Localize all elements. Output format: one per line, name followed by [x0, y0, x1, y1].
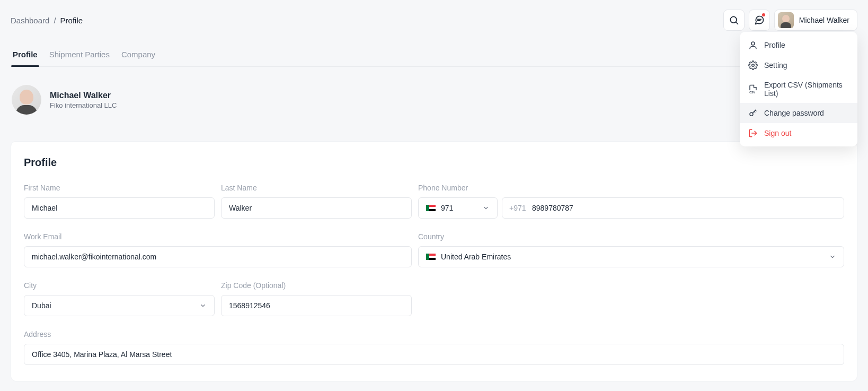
first-name-input[interactable] — [24, 197, 215, 219]
key-icon — [748, 108, 758, 118]
profile-company: Fiko international LLC — [50, 101, 117, 109]
svg-point-4 — [751, 42, 755, 45]
breadcrumb-separator: / — [54, 16, 56, 25]
svg-point-5 — [752, 64, 755, 67]
zip-code-label: Zip Code (Optional) — [221, 281, 412, 290]
breadcrumb-root[interactable]: Dashboard — [11, 16, 49, 25]
dropdown-profile[interactable]: Profile — [740, 35, 857, 55]
dropdown-change-password[interactable]: Change password — [740, 103, 857, 123]
work-email-label: Work Email — [24, 232, 412, 241]
avatar — [778, 12, 794, 28]
search-icon — [729, 15, 739, 25]
country-select[interactable]: United Arab Emirates — [418, 246, 844, 267]
breadcrumb-current: Profile — [60, 16, 83, 25]
user-menu-trigger[interactable]: Michael Walker — [774, 10, 857, 31]
user-dropdown-menu: Profile Setting CSV Export CSV (Shipment… — [740, 32, 857, 146]
messages-button[interactable] — [749, 10, 770, 31]
dropdown-sign-out[interactable]: Sign out — [740, 123, 857, 143]
svg-text:CSV: CSV — [749, 91, 755, 94]
address-input[interactable] — [24, 344, 844, 365]
uae-flag-icon — [426, 205, 436, 211]
zip-code-input[interactable] — [221, 295, 412, 316]
city-label: City — [24, 281, 215, 290]
dropdown-sign-out-label: Sign out — [764, 129, 791, 137]
last-name-input[interactable] — [221, 197, 412, 219]
phone-code-value: 971 — [441, 204, 453, 212]
profile-name: Michael Walker — [50, 91, 117, 100]
tab-shipment-parties[interactable]: Shipment Parties — [49, 50, 110, 66]
chevron-down-icon — [199, 302, 207, 309]
chevron-down-icon — [829, 253, 836, 260]
address-label: Address — [24, 330, 844, 338]
uae-flag-icon — [426, 254, 436, 260]
phone-number-input[interactable] — [502, 197, 844, 219]
last-name-label: Last Name — [221, 184, 412, 192]
dropdown-change-password-label: Change password — [764, 109, 824, 117]
profile-avatar — [12, 85, 41, 115]
breadcrumb: Dashboard / Profile — [11, 16, 83, 25]
phone-number-label: Phone Number — [418, 184, 844, 192]
notification-dot — [762, 13, 765, 16]
search-button[interactable] — [723, 10, 745, 31]
user-icon — [748, 40, 758, 50]
work-email-input[interactable] — [24, 246, 412, 267]
user-name-label: Michael Walker — [799, 16, 849, 24]
phone-code-select[interactable]: 971 — [418, 197, 498, 219]
tab-company[interactable]: Company — [121, 50, 155, 66]
form-title: Profile — [24, 157, 844, 169]
dropdown-export-csv[interactable]: CSV Export CSV (Shipments List) — [740, 75, 857, 103]
dropdown-export-csv-label: Export CSV (Shipments List) — [764, 81, 849, 98]
file-csv-icon: CSV — [748, 84, 758, 94]
dropdown-setting-label: Setting — [764, 61, 787, 69]
first-name-label: First Name — [24, 184, 215, 192]
tabs: Profile Shipment Parties Company — [11, 50, 857, 67]
dropdown-setting[interactable]: Setting — [740, 55, 857, 75]
country-value: United Arab Emirates — [441, 253, 511, 261]
gear-icon — [748, 60, 758, 70]
dropdown-profile-label: Profile — [764, 41, 785, 49]
svg-line-10 — [754, 111, 755, 112]
messages-icon — [754, 15, 765, 25]
country-label: Country — [418, 232, 844, 241]
city-select[interactable]: Dubai — [24, 295, 215, 316]
svg-line-1 — [736, 22, 738, 24]
chevron-down-icon — [482, 204, 490, 212]
city-value: Dubai — [32, 301, 51, 310]
tab-profile[interactable]: Profile — [13, 50, 38, 66]
svg-line-9 — [756, 110, 757, 111]
sign-out-icon — [748, 128, 758, 138]
